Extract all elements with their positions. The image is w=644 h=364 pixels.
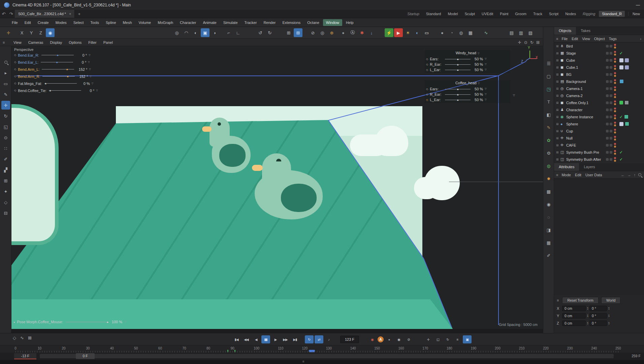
chevron-down-icon[interactable]: ▽	[485, 88, 486, 90]
material-sphere-icon[interactable]: ●	[438, 28, 447, 37]
visibility-dot[interactable]	[614, 82, 616, 84]
object-row-cup[interactable]: ⊞∪Cup	[554, 127, 644, 134]
enabled-check-icon[interactable]: ✓	[619, 51, 623, 56]
target-icon[interactable]: ⊕	[327, 28, 336, 37]
viewport-label[interactable]: Perspective	[14, 48, 33, 52]
rotation-field[interactable]: 0 °	[589, 313, 607, 318]
hud-group-slider-handle[interactable]: ▲	[456, 63, 459, 66]
chevron-down-icon[interactable]: ▽	[485, 98, 486, 101]
add-tab-button[interactable]: +	[75, 11, 84, 17]
visibility-dot[interactable]	[614, 110, 616, 112]
menu-animate[interactable]: Animate	[200, 19, 219, 26]
goto-end-button[interactable]: ▶▮	[291, 335, 299, 343]
visibility-dot[interactable]	[614, 139, 616, 141]
hud-slider-bend-arm-l[interactable]: ◇Bend.Arm_L:▲152 °▽	[14, 66, 98, 73]
expand-icon[interactable]: ⊞	[556, 66, 560, 69]
render-view-button[interactable]: ▤	[507, 28, 516, 37]
chevron-down-icon[interactable]: ▽	[89, 54, 90, 57]
visibility-dots[interactable]	[614, 150, 616, 155]
layer-toggle[interactable]	[606, 80, 609, 83]
hud-slider-track[interactable]: ▲	[49, 90, 81, 91]
expand-icon[interactable]: ⊞	[556, 136, 560, 140]
expand-icon[interactable]: ⊞	[556, 158, 560, 161]
object-menu-file[interactable]: File	[559, 36, 570, 41]
range-end-field[interactable]: 259 F	[632, 354, 641, 358]
visibility-dot[interactable]	[614, 129, 616, 131]
hud-slider-handle[interactable]: ▲	[66, 75, 69, 78]
snap-key-button[interactable]: ▣	[463, 335, 472, 343]
hud-slider-handle[interactable]: ▲	[56, 54, 59, 57]
layer-toggle[interactable]	[610, 59, 612, 62]
texture-tag-icon[interactable]	[625, 122, 629, 126]
visibility-dots[interactable]	[614, 108, 616, 112]
menu-volume[interactable]: Volume	[136, 19, 154, 26]
visibility-dots[interactable]	[614, 136, 616, 141]
volume-cube-icon[interactable]: ◳	[543, 85, 554, 93]
prev-frame-button[interactable]: ◀	[252, 335, 260, 343]
visibility-dot[interactable]	[614, 72, 616, 74]
layer-toggle[interactable]	[610, 109, 612, 111]
record-filter-button[interactable]: ◉	[394, 335, 403, 343]
pen-tool-icon[interactable]: ✐	[1, 155, 10, 163]
toggle-views-icon[interactable]: ⊞	[536, 40, 540, 45]
object-row-symmetry-bush-pre[interactable]: ⊞◫Symmetry Bush Pre✓	[554, 149, 644, 156]
layer-toggle[interactable]	[606, 45, 609, 48]
split-view-icon[interactable]: ◧	[543, 110, 554, 119]
forward-arrow-icon[interactable]: →	[627, 173, 631, 177]
object-row-sphere-instance[interactable]: ⊞◉Sphere Instance✓	[554, 113, 644, 120]
up-arrow-icon[interactable]: ↑	[634, 173, 636, 177]
visibility-dots[interactable]	[614, 143, 616, 148]
fcurve-icon[interactable]: ∿	[20, 335, 24, 340]
grid-snap-active-icon[interactable]: ⊞	[294, 28, 302, 37]
sphere-icon[interactable]: ◉	[543, 200, 554, 209]
viewport-burger-icon[interactable]: ≡	[3, 40, 9, 44]
hud-slider-fat-mega-fat[interactable]: ◇Fat.Mega_Fat:▲0 %▽	[14, 80, 98, 87]
hud-group-slider-ears[interactable]: ◇Ears:▲50 %▽	[426, 56, 509, 62]
visibility-dot[interactable]	[614, 146, 616, 148]
picture-viewer-icon[interactable]: ▭	[422, 28, 431, 37]
aperture-icon[interactable]: ◎	[318, 28, 327, 37]
spline-circle-icon[interactable]: ◎	[172, 28, 181, 37]
expand-icon[interactable]: ⊞	[556, 129, 560, 133]
menu-extensions[interactable]: Extensions	[279, 19, 303, 26]
menu-spline[interactable]: Spline	[103, 19, 119, 26]
object-row-cube-1[interactable]: ⊞◼Cube.1	[554, 64, 644, 71]
tag-icon[interactable]	[625, 65, 629, 69]
layout-paint[interactable]: Paint	[497, 11, 511, 17]
expand-icon[interactable]: ⊞	[556, 122, 560, 126]
hud-slider-handle[interactable]: ▲	[44, 82, 47, 85]
object-row-background[interactable]: ⊞▤Background	[554, 78, 644, 85]
object-row-sphere[interactable]: ⊞●Sphere	[554, 120, 644, 127]
chevron-down-icon[interactable]: ▽	[485, 68, 486, 71]
material-quarter-icon[interactable]: ◔	[447, 28, 456, 37]
playhead[interactable]	[309, 350, 315, 352]
menu-create[interactable]: Create	[35, 19, 52, 26]
object-row-character[interactable]: ⊞♟Character	[554, 106, 644, 113]
layer-toggle[interactable]	[610, 94, 612, 97]
prev-key-button[interactable]: ◀◀	[242, 335, 251, 343]
attribute-menu-edit[interactable]: Edit	[573, 172, 583, 178]
layer-toggle[interactable]	[610, 137, 612, 140]
object-row-symmetry-bush-after[interactable]: ⊞◫Symmetry Bush After✓	[554, 156, 644, 163]
visibility-dots[interactable]	[614, 51, 616, 56]
spline-half-icon[interactable]: ◑	[210, 28, 219, 37]
chevron-down-icon[interactable]: ▽	[485, 93, 486, 96]
chevron-down-icon[interactable]: ▽	[485, 63, 486, 66]
visibility-dots[interactable]	[614, 65, 616, 70]
visibility-dot[interactable]	[614, 153, 616, 155]
redo-button[interactable]: ↷	[7, 11, 15, 17]
chevron-down-icon[interactable]: ▽	[478, 82, 480, 85]
keyframe-mode-button[interactable]: ●	[385, 335, 393, 343]
hud-slider-handle[interactable]: ▲	[49, 89, 52, 92]
tab-objects[interactable]: Objects	[554, 27, 576, 35]
visibility-dot[interactable]	[614, 131, 616, 133]
rotation-field[interactable]: 0 °	[589, 306, 607, 311]
axis-lock-icon[interactable]: ✛	[4, 28, 13, 37]
bird-back-head[interactable]	[210, 118, 230, 147]
coord-system-button[interactable]: ◉	[46, 28, 55, 37]
menu-modes[interactable]: Modes	[53, 19, 70, 26]
spinner-icon[interactable]: ▴▾	[587, 322, 588, 325]
layer-toggle[interactable]	[606, 144, 609, 147]
hud-slider-handle[interactable]: ▲	[66, 68, 68, 71]
expand-icon[interactable]: ⊞	[556, 144, 560, 147]
